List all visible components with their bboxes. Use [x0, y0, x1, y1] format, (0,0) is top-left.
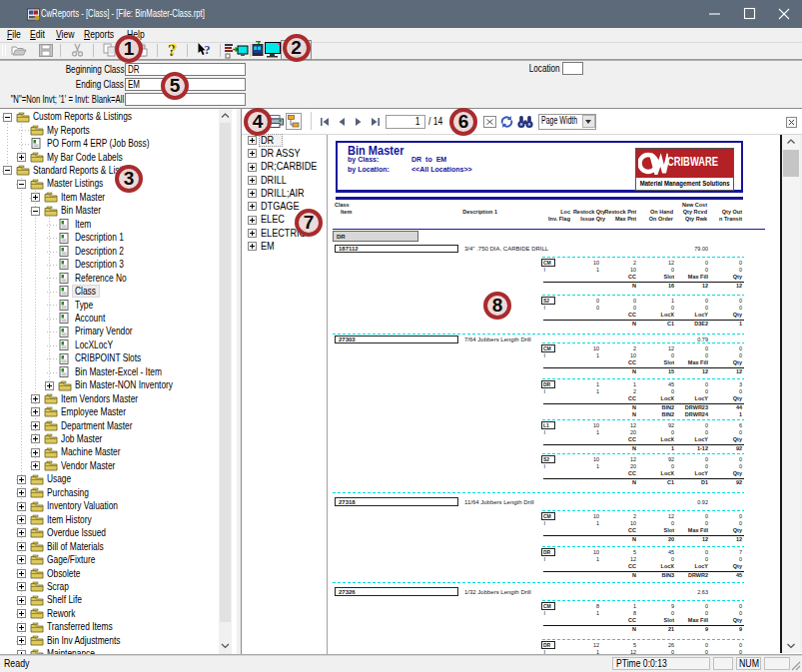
- svg-text:?: ?: [205, 43, 211, 57]
- svg-text:?: ?: [170, 42, 179, 58]
